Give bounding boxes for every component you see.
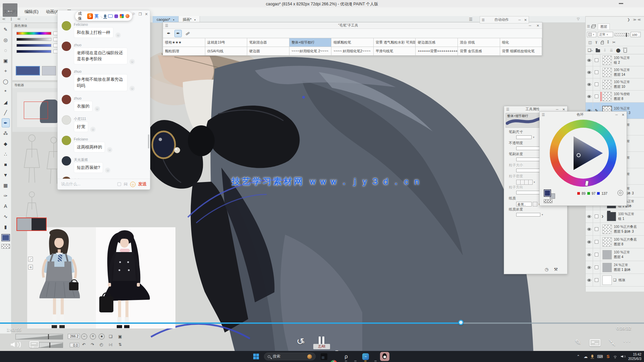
opacity-stepper[interactable]: 100⌃⌄	[631, 32, 641, 37]
brush-window-menu-icon[interactable]: ☰	[163, 23, 170, 27]
delete-layer-icon[interactable]	[624, 49, 627, 53]
taskbar-search[interactable]: 搜索	[264, 353, 316, 360]
start-button[interactable]	[253, 354, 259, 359]
chat-message-list[interactable]: Feliciano 和在脸上打粉一样 ☺ zhuo 老师现在是自己编阶段还是有参…	[58, 19, 150, 179]
slider-ramp-2[interactable]	[39, 342, 63, 348]
soft-keyboard-icon[interactable]	[108, 14, 113, 18]
avatar[interactable]	[62, 156, 71, 166]
lasso-tool-icon[interactable]: ◯	[2, 77, 10, 86]
chat-input[interactable]: 说点什么...	[61, 181, 115, 187]
main-color-swatch[interactable]	[1, 234, 10, 241]
layer-visibility-eye-icon[interactable]	[586, 66, 593, 78]
layer-check-column[interactable]: ✎	[593, 236, 600, 248]
emoji-react-icon[interactable]: ☺	[90, 127, 96, 132]
navigator-viewport-rect[interactable]	[24, 102, 48, 119]
avatar[interactable]	[62, 136, 71, 145]
subview-toggle-icon[interactable]	[618, 190, 623, 196]
brush-preset-cell[interactable]: 仿SAI勾线	[205, 47, 248, 55]
layer-mask-icon[interactable]: ⬤	[616, 48, 621, 53]
transfer-down-icon[interactable]: ⇩	[603, 48, 606, 53]
chat-scrollbar[interactable]	[148, 134, 149, 148]
brush-preset-cell[interactable]: 颗粒肌理	[163, 47, 205, 55]
photo-resize-handle-icon[interactable]: ⤢	[28, 257, 33, 261]
layer-row[interactable]: ✎ ❯ ❏ 24 %正常 图层 1 副本	[586, 261, 644, 274]
tabband-menu-icon[interactable]: ☰	[469, 17, 473, 22]
wrench-icon[interactable]: ⚒	[554, 267, 558, 272]
ime-skin-icon[interactable]	[114, 14, 118, 18]
flip-vertical-icon[interactable]: ⇅	[117, 342, 123, 347]
tabband-dropdown-icon[interactable]: ▽	[577, 17, 580, 21]
note-pencil-icon[interactable]: ✎	[575, 338, 581, 347]
layers-menu-icon[interactable]: ☰	[587, 24, 590, 28]
new-folder-icon[interactable]	[596, 49, 600, 52]
avatar[interactable]	[62, 115, 71, 125]
ime-language-toggle[interactable]: 英	[95, 13, 99, 19]
link-layers-icon[interactable]: ⁑	[607, 40, 609, 45]
brush-preset-cell[interactable]: 平滑勾线笔	[374, 47, 416, 55]
layer-thumbnail[interactable]	[602, 68, 612, 77]
layer-visibility-eye-icon[interactable]	[586, 54, 593, 66]
emoji-react-icon[interactable]: ☺	[95, 106, 100, 112]
layers-tab[interactable]: 图层	[598, 23, 610, 29]
layer-thumbnail[interactable]	[607, 212, 616, 221]
curve-tool-icon[interactable]: ∿	[2, 212, 10, 221]
layer-check-column[interactable]: ✎	[593, 274, 600, 286]
secondary-color-swatch[interactable]	[42, 66, 56, 75]
airbrush-tool-icon[interactable]: ⁂	[2, 129, 10, 138]
text-tool-icon[interactable]: A	[2, 201, 10, 210]
chat-panel-icon[interactable]: ❐	[139, 12, 142, 16]
ask-checkbox[interactable]	[117, 182, 121, 186]
qq-icon-active[interactable]	[380, 352, 389, 361]
avatar[interactable]	[62, 177, 71, 179]
field-slider[interactable]	[516, 158, 540, 161]
brush-window-close[interactable]: ✕	[534, 24, 542, 27]
field-slider[interactable]	[516, 169, 540, 172]
layer-thumbnail[interactable]	[602, 250, 612, 259]
field-dropdown-icon[interactable]: ▾	[534, 181, 535, 184]
layer-thumbnail[interactable]	[602, 92, 612, 101]
layer-check-column[interactable]: ✎	[593, 248, 600, 261]
video-progress-played[interactable]	[0, 322, 461, 324]
zoom-in-button[interactable]: +	[90, 334, 96, 340]
field-slider[interactable]	[516, 213, 540, 217]
layer-row[interactable]: ✎ ❯ ❏ 100 %正常 图层 14	[586, 66, 644, 78]
layer-row[interactable]: ✎ ❯ ❏ 100 %正常 图层 10	[586, 78, 644, 90]
emoji-react-icon[interactable]: ☺	[129, 59, 135, 64]
fullview-icon[interactable]: ▣	[117, 334, 123, 339]
pause-button-bar-right[interactable]	[322, 337, 324, 345]
blend-mode-dropdown[interactable]: 正常∨	[598, 32, 613, 37]
field-dropdown-icon[interactable]: ▾	[533, 136, 534, 139]
field-segments[interactable]	[516, 180, 532, 185]
microphone-icon[interactable]	[104, 14, 106, 18]
move-tool-icon[interactable]: ＋	[2, 66, 10, 75]
slider-ramp-1[interactable]	[15, 334, 63, 340]
transparent-color-swatch[interactable]	[1, 244, 10, 249]
layer-thumbnail[interactable]	[602, 276, 612, 285]
zoom-percent-value[interactable]: 266.2	[68, 334, 80, 339]
danmaku-chat-icon[interactable]	[30, 341, 39, 348]
flip-horizontal-icon[interactable]: ▷|	[108, 342, 113, 347]
layer-visibility-eye-icon[interactable]	[586, 223, 593, 235]
rotate-left-icon[interactable]: ↶	[81, 342, 87, 347]
field-slider[interactable]	[516, 146, 540, 150]
layer-thumbnail[interactable]	[602, 237, 612, 247]
current-color-swatch[interactable]	[16, 66, 40, 75]
marquee-select-icon[interactable]: ◌	[2, 46, 10, 55]
brush-preset-cell[interactable]: 背景 透气颗粒水彩 可局部	[374, 38, 416, 47]
rotate-right-icon[interactable]: ↷	[90, 342, 95, 347]
figure-tool-icon[interactable]: ■	[2, 160, 10, 169]
layer-visibility-eye-icon[interactable]	[586, 90, 593, 102]
paper-texture-value[interactable]: 最简..	[516, 202, 532, 206]
ime-punctuation-icon[interactable]: ·,	[100, 14, 102, 18]
field-slider[interactable]	[516, 191, 540, 194]
field-dropdown-icon[interactable]: ▾	[542, 213, 543, 216]
field-slider[interactable]	[516, 135, 532, 139]
zoom-reset-button[interactable]: ●	[99, 334, 105, 340]
brush-icon-3[interactable]: ooo	[184, 30, 191, 37]
frame-tool-icon[interactable]: ▼	[2, 170, 10, 179]
brush-preset-cell[interactable]: 细腻颗粒笔	[331, 38, 374, 47]
toolprop-minimize[interactable]: ─	[554, 108, 560, 111]
chat-pin-icon[interactable]: ⚐	[132, 12, 136, 16]
layer-thumbnail[interactable]	[602, 56, 612, 65]
transparent-chip[interactable]	[544, 199, 552, 203]
